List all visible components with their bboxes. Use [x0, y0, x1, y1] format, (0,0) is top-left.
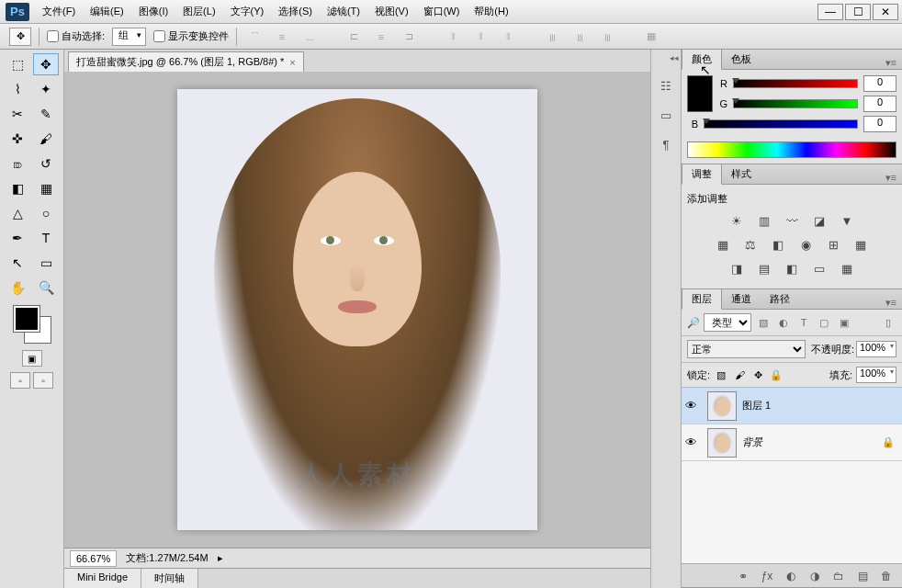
- hand-tool[interactable]: ✋: [5, 277, 30, 299]
- tab-styles[interactable]: 样式: [722, 164, 761, 184]
- blend-mode-dropdown[interactable]: 正常: [687, 340, 806, 358]
- filter-text-icon[interactable]: T: [795, 314, 812, 331]
- maximize-button[interactable]: ☐: [845, 4, 871, 20]
- layer-name-label[interactable]: 图层 1: [742, 399, 898, 413]
- layer-thumbnail[interactable]: [707, 428, 737, 458]
- magic-wand-tool[interactable]: ✦: [33, 78, 59, 100]
- menu-help[interactable]: 帮助(H): [467, 1, 515, 22]
- move-tool[interactable]: ✥: [33, 53, 59, 75]
- lock-position-icon[interactable]: ✥: [750, 368, 765, 382]
- new-layer-icon[interactable]: ▤: [854, 568, 871, 584]
- status-arrow-icon[interactable]: ▸: [218, 552, 223, 564]
- tab-timeline[interactable]: 时间轴: [141, 569, 198, 588]
- photo-filter-icon[interactable]: ◉: [795, 235, 816, 254]
- filter-pixel-icon[interactable]: ▧: [755, 314, 772, 331]
- new-group-icon[interactable]: 🗀: [830, 568, 847, 584]
- hue-sat-icon[interactable]: ▦: [713, 235, 733, 254]
- tab-channels[interactable]: 通道: [722, 289, 761, 309]
- dodge-tool[interactable]: ○: [33, 202, 59, 224]
- curves-icon[interactable]: 〰: [782, 211, 802, 230]
- clone-stamp-tool[interactable]: ⎄: [5, 153, 30, 175]
- threshold-icon[interactable]: ◧: [782, 259, 802, 277]
- screenmode-icon[interactable]: ▫: [10, 372, 30, 389]
- close-button[interactable]: ✕: [873, 4, 898, 20]
- document-canvas[interactable]: [177, 89, 537, 530]
- zoom-tool[interactable]: 🔍: [33, 277, 59, 299]
- gradient-tool[interactable]: ▦: [33, 177, 59, 199]
- move-tool-preset-icon[interactable]: ✥: [9, 28, 31, 46]
- layer-item[interactable]: 👁 背景 🔒: [682, 424, 902, 461]
- brightness-icon[interactable]: ☀: [727, 211, 747, 230]
- color-preview-swatch[interactable]: [687, 75, 713, 112]
- color-balance-icon[interactable]: ⚖: [740, 235, 761, 254]
- menu-image[interactable]: 图像(I): [131, 1, 175, 22]
- marquee-tool[interactable]: ⬚: [5, 53, 30, 75]
- minimize-button[interactable]: —: [817, 4, 843, 20]
- tab-mini-bridge[interactable]: Mini Bridge: [64, 569, 141, 588]
- panel-menu-icon[interactable]: ▾≡: [880, 57, 902, 69]
- foreground-color-swatch[interactable]: [14, 306, 39, 332]
- screenmode2-icon[interactable]: ▫: [33, 372, 53, 389]
- levels-icon[interactable]: ▥: [754, 211, 774, 230]
- g-value-input[interactable]: 0: [863, 96, 896, 112]
- filter-kind-dropdown[interactable]: 类型: [704, 313, 751, 332]
- exposure-icon[interactable]: ◪: [809, 211, 829, 230]
- blur-tool[interactable]: △: [5, 202, 30, 224]
- properties-panel-icon[interactable]: ▭: [655, 105, 677, 125]
- layer-thumbnail[interactable]: [707, 391, 737, 421]
- close-tab-icon[interactable]: ×: [289, 57, 295, 68]
- menu-window[interactable]: 窗口(W): [416, 1, 468, 22]
- color-swatches[interactable]: [14, 306, 51, 343]
- auto-select-checkbox[interactable]: 自动选择:: [47, 29, 105, 43]
- filter-adjust-icon[interactable]: ◐: [775, 314, 792, 331]
- tab-adjustments[interactable]: 调整: [682, 164, 722, 185]
- character-panel-icon[interactable]: ¶: [655, 134, 677, 154]
- panel-menu-icon[interactable]: ▾≡: [880, 172, 902, 184]
- show-transform-checkbox[interactable]: 显示变换控件: [153, 29, 229, 43]
- lock-pixels-icon[interactable]: 🖌: [732, 368, 747, 382]
- menu-type[interactable]: 文字(Y): [223, 1, 272, 22]
- r-value-input[interactable]: 0: [863, 75, 896, 92]
- menu-filter[interactable]: 滤镜(T): [320, 1, 367, 22]
- gradient-map-icon[interactable]: ▭: [809, 259, 829, 277]
- panel-menu-icon[interactable]: ▾≡: [880, 297, 902, 309]
- tab-layers[interactable]: 图层: [682, 288, 722, 310]
- document-tab[interactable]: 打造甜蜜微笑.jpg @ 66.7% (图层 1, RGB/8#) * ×: [68, 51, 304, 72]
- pen-tool[interactable]: ✒: [5, 227, 30, 249]
- brush-tool[interactable]: 🖌: [33, 128, 59, 150]
- layer-mask-icon[interactable]: ◐: [783, 568, 799, 584]
- delete-layer-icon[interactable]: 🗑: [878, 568, 895, 584]
- new-fill-adj-icon[interactable]: ◑: [806, 568, 823, 584]
- g-slider[interactable]: [733, 99, 858, 108]
- spectrum-ramp[interactable]: [687, 141, 896, 158]
- layer-name-label[interactable]: 背景: [742, 435, 876, 449]
- vibrance-icon[interactable]: ▼: [837, 211, 857, 230]
- healing-tool[interactable]: ✜: [5, 128, 30, 150]
- auto-select-check-input[interactable]: [47, 30, 59, 42]
- b-value-input[interactable]: 0: [863, 116, 896, 132]
- zoom-level-field[interactable]: 66.67%: [70, 550, 117, 567]
- history-brush-tool[interactable]: ↺: [33, 153, 59, 175]
- color-lookup-icon[interactable]: ▦: [851, 235, 871, 254]
- lock-transparency-icon[interactable]: ▧: [714, 368, 728, 382]
- quickmask-icon[interactable]: ▣: [22, 350, 42, 367]
- menu-layer[interactable]: 图层(L): [175, 1, 222, 22]
- menu-select[interactable]: 选择(S): [271, 1, 320, 22]
- r-slider[interactable]: [733, 79, 858, 88]
- fill-value-input[interactable]: 100%: [856, 367, 896, 383]
- tab-paths[interactable]: 路径: [761, 289, 799, 309]
- filter-smart-icon[interactable]: ▣: [836, 314, 852, 331]
- eraser-tool[interactable]: ◧: [5, 177, 30, 199]
- layer-item[interactable]: 👁 图层 1: [682, 388, 902, 424]
- path-select-tool[interactable]: ↖: [5, 252, 30, 274]
- history-panel-icon[interactable]: ☷: [655, 75, 677, 96]
- layer-fx-icon[interactable]: ƒx: [759, 568, 775, 584]
- show-transform-check-input[interactable]: [153, 30, 165, 42]
- menu-file[interactable]: 文件(F): [35, 1, 83, 22]
- invert-icon[interactable]: ◨: [727, 259, 747, 277]
- eyedropper-tool[interactable]: ✎: [33, 103, 59, 125]
- bw-icon[interactable]: ◧: [768, 235, 788, 254]
- tab-color[interactable]: 颜色: [682, 49, 722, 70]
- menu-view[interactable]: 视图(V): [367, 1, 416, 22]
- shape-tool[interactable]: ▭: [33, 252, 59, 274]
